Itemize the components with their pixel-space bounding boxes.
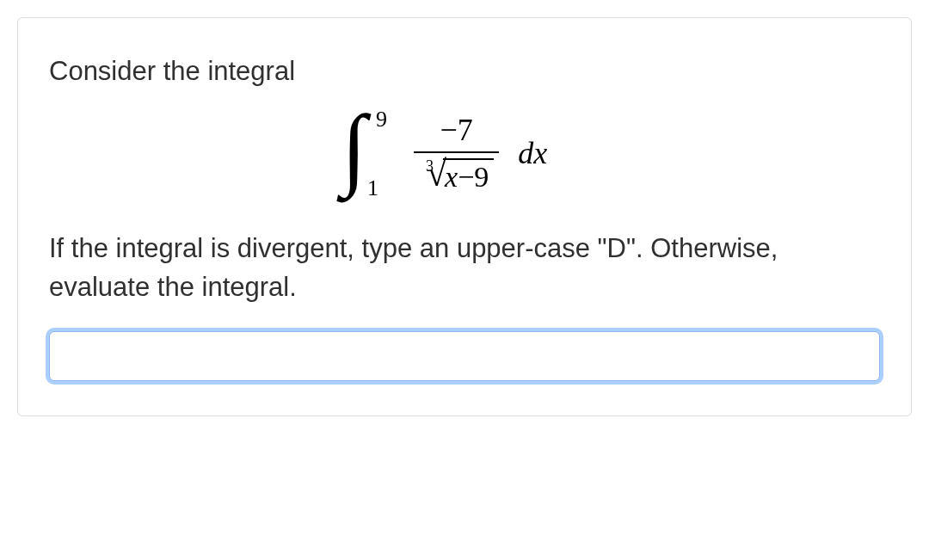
upper-bound: 9 <box>376 107 387 132</box>
lower-bound: 1 <box>367 175 378 201</box>
numerator: −7 <box>434 114 480 150</box>
radicand: x−9 <box>443 158 494 194</box>
differential: dx <box>518 135 547 171</box>
integral-sign: ∫ 9 1 <box>341 110 391 196</box>
instruction-text: If the integral is divergent, type an up… <box>49 230 880 307</box>
answer-input[interactable] <box>49 331 880 381</box>
root-index: 3 <box>426 158 434 175</box>
question-card: Consider the integral ∫ 9 1 −7 3 √ x−9 d… <box>17 17 912 416</box>
prompt-text: Consider the integral <box>49 52 880 89</box>
integrand-fraction: −7 3 √ x−9 <box>410 114 502 194</box>
integral-expression: ∫ 9 1 −7 3 √ x−9 dx <box>49 110 880 204</box>
denominator: 3 √ x−9 <box>414 155 499 194</box>
